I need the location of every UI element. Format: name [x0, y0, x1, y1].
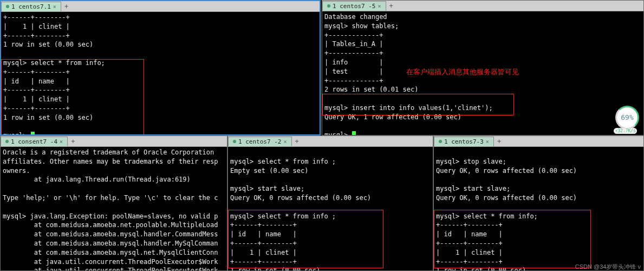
tab-centos7-2[interactable]: 1 centos7 -2 × [228, 137, 292, 146]
tab-centos71[interactable]: 1 centos7.1 × [1, 2, 61, 11]
terminal-output[interactable]: mysql> select * from info ; Empty set (0… [228, 147, 433, 270]
watermark-text: CSDN @34岁带头冲锋 v [575, 263, 641, 271]
terminal-text: mysql> select * from info ; Empty set (0… [230, 158, 371, 270]
close-icon[interactable]: × [60, 139, 63, 145]
terminal-text: +------+--------+ | 1 | clinet | +------… [3, 14, 105, 134]
tab-bar: 1 centos7-3 × + [434, 136, 643, 147]
tab-centos7-3[interactable]: 1 centos7-3 × [434, 137, 494, 146]
add-tab-button[interactable]: + [494, 137, 504, 146]
terminal-output[interactable]: Database changed mysql> show tables; +--… [322, 11, 643, 135]
tab-label: 1 centos7.1 [11, 3, 51, 10]
status-dot-icon [233, 140, 236, 143]
terminal-pane-1: 1 centos7.1 × + +------+--------+ | 1 | … [0, 0, 321, 136]
terminal-pane-3: 1 consent7 -4 × + Oracle is a registered… [0, 136, 227, 271]
annotation-text: 在客户端插入消息其他服务器皆可见 [406, 67, 519, 77]
tab-bar: 1 consent7 -4 × + [1, 136, 227, 147]
cursor-icon [352, 131, 356, 135]
progress-ring-icon: 69% [615, 106, 639, 130]
terminal-output[interactable]: Oracle is a registered trademark of Orac… [1, 147, 227, 270]
tab-bar: 1 centos7 -5 × + [322, 1, 643, 11]
status-dot-icon [327, 4, 330, 8]
status-dot-icon [439, 140, 442, 143]
rate-value: ↑32.7K/s [614, 128, 637, 134]
close-icon[interactable]: × [53, 4, 56, 10]
network-widget[interactable]: 69% ↑32.7K/s [612, 106, 639, 133]
close-icon[interactable]: × [378, 3, 381, 9]
terminal-text: Oracle is a registered trademark of Orac… [3, 149, 218, 270]
terminal-output[interactable]: mysql> stop slave; Query OK, 0 rows affe… [434, 147, 643, 270]
close-icon[interactable]: × [283, 139, 287, 145]
tab-bar: 1 centos7 -2 × + [228, 136, 433, 147]
terminal-pane-4: 1 centos7 -2 × + mysql> select * from in… [227, 136, 433, 271]
tab-bar: 1 centos7.1 × + [1, 1, 320, 12]
status-dot-icon [6, 5, 9, 8]
tab-label: 1 consent7 -4 [11, 138, 57, 145]
close-icon[interactable]: × [486, 139, 489, 145]
terminal-output[interactable]: +------+--------+ | 1 | clinet | +------… [1, 12, 320, 134]
tab-consent7-4[interactable]: 1 consent7 -4 × [1, 137, 68, 146]
status-dot-icon [5, 140, 9, 143]
tab-label: 1 centos7-3 [444, 138, 484, 145]
terminal-text: mysql> stop slave; Query OK, 0 rows affe… [436, 158, 577, 270]
percent-value: 69% [621, 113, 633, 122]
tab-label: 1 centos7 -5 [333, 3, 375, 10]
terminal-pane-5: 1 centos7-3 × + mysql> stop slave; Query… [433, 136, 644, 271]
add-tab-button[interactable]: + [386, 1, 396, 11]
tab-centos7-5[interactable]: 1 centos7 -5 × [322, 1, 386, 11]
add-tab-button[interactable]: + [292, 137, 302, 146]
tab-label: 1 centos7 -2 [238, 138, 281, 145]
add-tab-button[interactable]: + [61, 2, 71, 11]
cursor-icon [31, 132, 35, 134]
terminal-pane-2: 1 centos7 -5 × + Database changed mysql>… [322, 0, 644, 136]
add-tab-button[interactable]: + [68, 137, 78, 146]
